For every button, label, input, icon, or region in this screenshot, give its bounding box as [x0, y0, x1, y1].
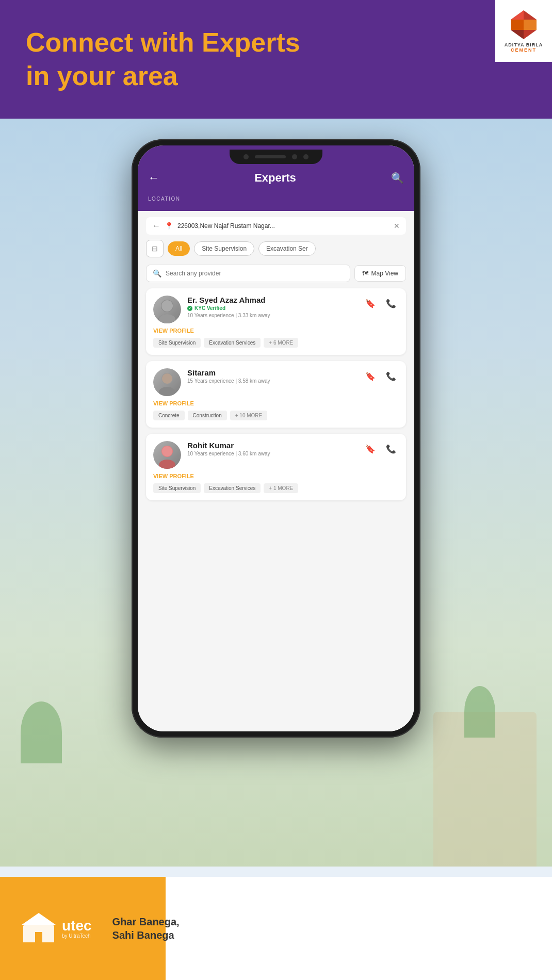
location-input-row: ← 📍 226003,New Najaf Rustam Nagar... ✕	[146, 217, 406, 235]
card-meta-1: 15 Years experience | 3.58 km away	[187, 378, 356, 384]
tag-2-0: Site Supervision	[153, 483, 201, 493]
card-actions-2: 🔖 📞	[363, 441, 399, 456]
phone-button-1[interactable]: 📞	[383, 368, 399, 384]
phone-frame: ← Experts 🔍 LOCATION ← 📍 226003,New Naja…	[132, 139, 420, 738]
bottom-footer: utec by UltraTech Ghar Banega, Sahi Bane…	[0, 877, 552, 980]
tag-more-0[interactable]: + 6 MORE	[264, 338, 298, 348]
avatar-placeholder-2	[153, 441, 181, 469]
svg-marker-2	[511, 10, 524, 20]
phone-notch	[230, 150, 322, 164]
svg-marker-5	[524, 30, 537, 39]
tags-row-1: Concrete Construction + 10 MORE	[153, 411, 399, 420]
filter-chip-all[interactable]: All	[168, 241, 190, 256]
filter-row: ⊟ All Site Supervision Excavation Ser	[138, 235, 414, 263]
tag-0-1: Excavation Services	[204, 338, 261, 348]
tag-more-1[interactable]: + 10 MORE	[230, 411, 268, 420]
notch-speaker	[255, 155, 286, 158]
search-input-box[interactable]: 🔍	[146, 265, 350, 282]
svg-point-16	[162, 446, 172, 456]
bg-tree-right	[464, 686, 495, 738]
notch-camera-left	[243, 154, 249, 159]
headline: Connect with Experts in your area	[26, 26, 300, 93]
map-view-icon: 🗺	[362, 270, 368, 277]
card-top-0: Er. Syed Azaz Ahmad ✓ KYC Verified 10 Ye…	[153, 296, 399, 323]
view-profile-0[interactable]: VIEW PROFILE	[153, 328, 399, 334]
tag-0-0: Site Supervision	[153, 338, 201, 348]
experience-0: 10 Years experience	[187, 313, 234, 318]
svg-rect-19	[35, 932, 42, 942]
location-clear-button[interactable]: ✕	[394, 222, 400, 230]
svg-marker-18	[22, 913, 56, 925]
app-content[interactable]: ← 📍 226003,New Najaf Rustam Nagar... ✕ ⊟…	[138, 211, 414, 731]
distance-0: 3.33 km away	[238, 313, 270, 318]
distance-2: 3.60 km away	[238, 451, 270, 456]
svg-marker-1	[524, 10, 537, 20]
svg-point-15	[159, 460, 175, 469]
avatar-placeholder-0	[153, 296, 181, 323]
logo-sub: CEMENT	[511, 47, 537, 53]
avatar-1	[153, 368, 181, 396]
svg-point-9	[161, 300, 173, 312]
tags-row-0: Site Supervision Excavation Services + 6…	[153, 338, 399, 348]
location-label: LOCATION	[148, 196, 404, 202]
card-info-2: Rohit Kumar 10 Years experience | 3.60 k…	[187, 441, 356, 456]
tagline-line2: Sahi Banega	[112, 928, 180, 942]
map-view-label: Map View	[371, 270, 398, 277]
expert-card-1: Sitaram 15 Years experience | 3.58 km aw…	[146, 361, 406, 428]
search-input[interactable]	[166, 270, 344, 277]
bookmark-button-1[interactable]: 🔖	[363, 368, 378, 384]
search-row: 🔍 🗺 Map View	[138, 263, 414, 288]
experience-1: 15 Years experience	[187, 378, 234, 384]
map-view-button[interactable]: 🗺 Map View	[354, 265, 406, 282]
tags-row-2: Site Supervision Excavation Services + 1…	[153, 483, 399, 493]
logo-brand: ADITYA BIRLA	[505, 42, 543, 47]
headline-plain: Connect with	[26, 27, 202, 57]
expert-name-0: Er. Syed Azaz Ahmad	[187, 296, 356, 304]
kyc-badge-0: ✓ KYC Verified	[187, 305, 356, 311]
aditya-birla-logo: ADITYA BIRLA CEMENT	[495, 0, 552, 62]
experience-2: 10 Years experience	[187, 451, 234, 456]
phone-device: ← Experts 🔍 LOCATION ← 📍 226003,New Naja…	[132, 139, 420, 738]
filter-icon: ⊟	[152, 244, 158, 253]
svg-marker-3	[524, 20, 537, 30]
tag-1-0: Concrete	[153, 411, 185, 420]
utec-brand-name: utec	[62, 919, 92, 933]
header-search-icon[interactable]: 🔍	[391, 172, 404, 184]
bg-tree-left	[21, 701, 62, 763]
view-profile-2[interactable]: VIEW PROFILE	[153, 473, 399, 479]
headline-line2: in your area	[26, 61, 178, 91]
view-profile-1[interactable]: VIEW PROFILE	[153, 400, 399, 406]
location-pin-icon: 📍	[165, 222, 173, 230]
card-actions-1: 🔖 📞	[363, 368, 399, 384]
top-banner: Connect with Experts in your area ADITYA…	[0, 0, 552, 119]
location-back-icon[interactable]: ←	[152, 221, 160, 231]
bottom-spacer	[138, 507, 414, 517]
phone-screen: ← Experts 🔍 LOCATION ← 📍 226003,New Naja…	[138, 145, 414, 731]
bookmark-button-2[interactable]: 🔖	[363, 441, 378, 456]
card-meta-0: 10 Years experience | 3.33 km away	[187, 313, 356, 318]
tag-more-2[interactable]: + 1 MORE	[264, 483, 298, 493]
svg-point-12	[159, 387, 175, 396]
utec-house-icon	[21, 910, 57, 946]
avatar-placeholder-1	[153, 368, 181, 396]
bookmark-button-0[interactable]: 🔖	[363, 296, 378, 311]
card-meta-2: 10 Years experience | 3.60 km away	[187, 451, 356, 456]
filter-icon-button[interactable]: ⊟	[146, 240, 164, 257]
notch-camera-right	[292, 154, 297, 159]
expert-card-0: Er. Syed Azaz Ahmad ✓ KYC Verified 10 Ye…	[146, 288, 406, 355]
phone-button-0[interactable]: 📞	[383, 296, 399, 311]
headline-accent: Experts	[202, 27, 300, 57]
svg-point-13	[162, 373, 172, 384]
kyc-label-0: KYC Verified	[194, 305, 225, 311]
footer-tagline: Ghar Banega, Sahi Banega	[102, 915, 180, 942]
utec-sub-brand: by UltraTech	[62, 933, 92, 939]
expert-name-1: Sitaram	[187, 368, 356, 377]
kyc-dot-icon: ✓	[187, 306, 192, 311]
filter-chip-site-supervision[interactable]: Site Supervision	[194, 241, 254, 256]
card-top-1: Sitaram 15 Years experience | 3.58 km aw…	[153, 368, 399, 396]
notch-sensor	[303, 154, 309, 159]
back-button[interactable]: ←	[148, 171, 159, 185]
screen-title: Experts	[254, 171, 296, 185]
filter-chip-excavation[interactable]: Excavation Ser	[258, 241, 316, 256]
phone-button-2[interactable]: 📞	[383, 441, 399, 456]
